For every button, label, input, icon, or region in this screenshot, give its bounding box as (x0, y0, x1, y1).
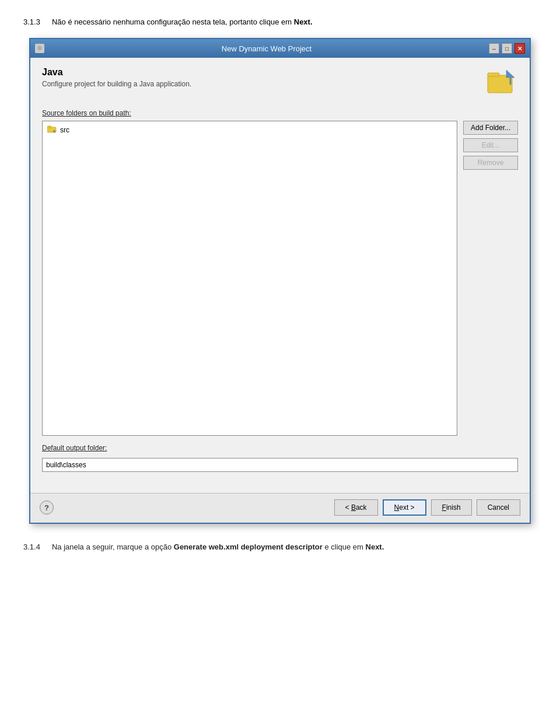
output-folder-input[interactable] (42, 458, 518, 472)
folders-list: src (42, 121, 457, 436)
bottom-instruction: 3.1.4 Na janela a seguir, marque a opção… (23, 541, 537, 554)
dialog-window: New Dynamic Web Project – □ ✕ Java Confi… (29, 38, 531, 524)
list-item: src (45, 124, 454, 136)
finish-button[interactable]: Finish (431, 499, 472, 516)
dialog-header-text: Java Configure project for building a Ja… (42, 67, 191, 88)
edit-button[interactable]: Edit... (463, 138, 518, 152)
minimize-button[interactable]: – (489, 43, 499, 54)
close-button[interactable]: ✕ (514, 43, 525, 54)
src-folder-label: src (60, 126, 69, 134)
section-number-314: 3.1.4 (23, 541, 40, 554)
footer-right: < Back Next > Finish Cancel (334, 499, 520, 516)
maximize-button[interactable]: □ (502, 43, 512, 54)
dialog-titlebar: New Dynamic Web Project – □ ✕ (30, 39, 530, 58)
back-button[interactable]: < Back (334, 499, 378, 516)
src-folder-icon (47, 125, 57, 135)
gear-icon (35, 44, 44, 53)
svg-point-5 (53, 130, 55, 132)
dialog-footer: ? < Back Next > Finish Cancel (30, 493, 530, 523)
help-button[interactable]: ? (40, 501, 54, 514)
dialog-container: New Dynamic Web Project – □ ✕ Java Confi… (23, 38, 537, 524)
dialog-body: Java Configure project for building a Ja… (30, 58, 530, 493)
footer-left: ? (40, 501, 54, 514)
java-icon (485, 67, 518, 100)
svg-rect-2 (488, 73, 499, 76)
top-instruction: 3.1.3 Não é necessário nenhuma configura… (23, 18, 537, 26)
dialog-title: New Dynamic Web Project (44, 44, 489, 53)
dialog-header-title: Java (42, 67, 191, 78)
folder-icon-svg (485, 67, 518, 96)
next-button[interactable]: Next > (383, 499, 426, 516)
svg-rect-1 (488, 75, 512, 93)
source-folders-label: Source folders on build path: (42, 109, 518, 117)
add-folder-button[interactable]: Add Folder... (463, 121, 518, 135)
titlebar-left (35, 44, 44, 53)
titlebar-controls: – □ ✕ (489, 43, 525, 54)
bottom-instruction-text: Na janela a seguir, marque a opção Gener… (52, 541, 384, 554)
top-instruction-text: Não é necessário nenhuma configuração ne… (52, 18, 313, 26)
output-folder-section: Default output folder: (42, 444, 518, 472)
remove-button[interactable]: Remove (463, 156, 518, 170)
source-folders-area: src Add Folder... Edit... Remove (42, 121, 518, 436)
output-folder-label: Default output folder: (42, 444, 518, 452)
dialog-header-subtitle: Configure project for building a Java ap… (42, 80, 191, 88)
svg-rect-4 (47, 126, 51, 128)
folders-buttons: Add Folder... Edit... Remove (463, 121, 518, 436)
section-number-313: 3.1.3 (23, 18, 40, 26)
cancel-button[interactable]: Cancel (477, 499, 520, 516)
dialog-header: Java Configure project for building a Ja… (42, 67, 518, 100)
